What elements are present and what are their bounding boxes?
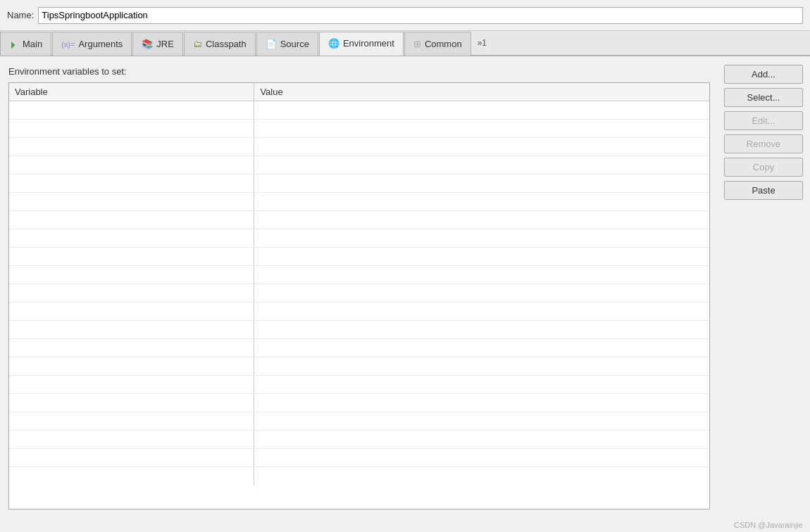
env-table-container: Variable Value (8, 82, 710, 509)
main-window: Name: ⏵ Main (x)= Arguments 📚 JRE 🗂 Clas… (0, 0, 810, 532)
name-bar: Name: (0, 0, 810, 31)
tab-environment[interactable]: 🌐 Environment (319, 32, 404, 56)
table-row (9, 156, 709, 175)
main-panel: Environment variables to set: Variable V… (0, 56, 718, 518)
column-value: Value (254, 83, 709, 101)
tab-classpath[interactable]: 🗂 Classpath (184, 32, 256, 56)
main-icon: ⏵ (9, 39, 19, 50)
table-row (9, 193, 709, 211)
table-row (9, 120, 709, 138)
remove-button[interactable]: Remove (724, 134, 803, 153)
name-input[interactable] (38, 7, 803, 24)
tab-common-label: Common (425, 39, 462, 49)
tab-jre[interactable]: 📚 JRE (132, 32, 183, 56)
table-row (9, 101, 709, 120)
environment-icon: 🌐 (328, 38, 339, 49)
table-row (9, 175, 709, 193)
table-row (9, 138, 709, 156)
table-row (9, 431, 709, 449)
copy-button[interactable]: Copy (724, 158, 803, 177)
edit-button[interactable]: Edit... (724, 111, 803, 130)
content-area: Environment variables to set: Variable V… (0, 56, 810, 518)
table-row (9, 248, 709, 266)
table-row (9, 394, 709, 412)
arguments-icon: (x)= (61, 40, 75, 49)
tab-environment-label: Environment (343, 38, 394, 49)
paste-button[interactable]: Paste (724, 181, 803, 200)
table-row (9, 266, 709, 284)
tab-arguments-label: Arguments (78, 39, 123, 49)
watermark: CSDN @Javarainjie (0, 518, 810, 532)
tab-source[interactable]: 📄 Source (256, 32, 318, 56)
tab-overflow-label: »1 (478, 38, 487, 48)
section-title: Environment variables to set: (8, 66, 710, 77)
table-header-row: Variable Value (9, 83, 709, 101)
table-row (9, 229, 709, 248)
common-icon: ⊞ (413, 39, 421, 49)
name-label: Name: (7, 10, 34, 20)
tab-common[interactable]: ⊞ Common (404, 32, 471, 56)
table-row (9, 303, 709, 321)
source-icon: 📄 (266, 39, 277, 49)
tab-main[interactable]: ⏵ Main (0, 32, 51, 56)
tab-overflow[interactable]: »1 (472, 31, 492, 55)
jre-icon: 📚 (142, 39, 153, 49)
table-row (9, 321, 709, 339)
tab-bar: ⏵ Main (x)= Arguments 📚 JRE 🗂 Classpath … (0, 31, 810, 56)
tab-jre-label: JRE (156, 39, 174, 49)
classpath-icon: 🗂 (193, 39, 202, 49)
table-row (9, 339, 709, 357)
select-button[interactable]: Select... (724, 88, 803, 107)
table-row (9, 376, 709, 394)
table-row (9, 211, 709, 229)
sidebar-buttons: Add... Select... Edit... Remove Copy Pas… (718, 56, 810, 518)
tab-arguments[interactable]: (x)= Arguments (52, 32, 132, 56)
tab-source-label: Source (280, 39, 309, 49)
tab-main-label: Main (23, 39, 42, 49)
column-variable: Variable (9, 83, 254, 101)
add-button[interactable]: Add... (724, 65, 803, 84)
table-row (9, 467, 709, 486)
table-row (9, 412, 709, 431)
table-row (9, 357, 709, 376)
table-row (9, 449, 709, 467)
tab-classpath-label: Classpath (206, 39, 247, 49)
table-row (9, 284, 709, 303)
env-table: Variable Value (9, 83, 709, 486)
